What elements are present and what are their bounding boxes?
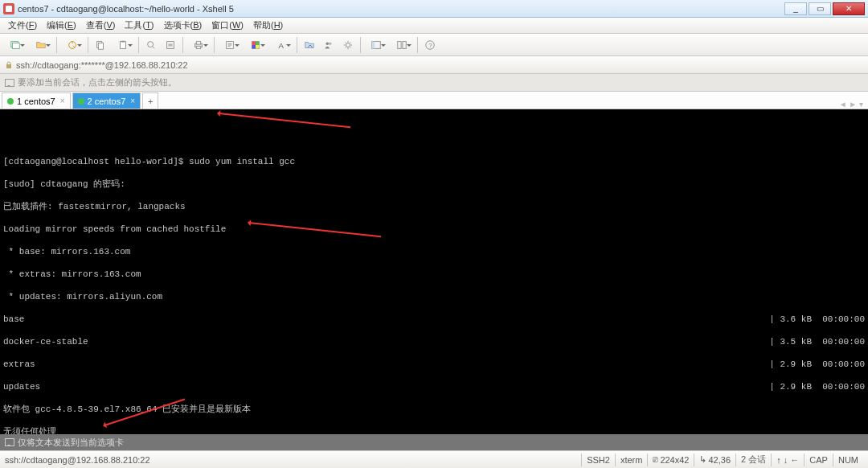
minimize-button[interactable]: _ (784, 2, 807, 15)
close-button[interactable]: ✕ (833, 2, 865, 15)
tab-strip: 1 centos7× 2 centos7× + ◄ ► ▾ (0, 92, 868, 109)
users-button[interactable] (320, 36, 338, 54)
toolbar-separator (88, 37, 88, 53)
terminal-line: * extras: mirrors.163.com (3, 269, 865, 280)
tab-close-icon[interactable]: × (130, 96, 135, 105)
address-bar[interactable]: ssh://cdtaogang:*******@192.168.88.210:2… (0, 56, 868, 74)
print-button[interactable] (186, 36, 211, 54)
svg-text:A: A (279, 40, 285, 49)
terminal-line: * updates: mirrors.aliyun.com (3, 291, 865, 302)
svg-rect-14 (252, 41, 256, 44)
address-text: ssh://cdtaogang:*******@192.168.88.210:2… (16, 60, 188, 70)
menu-help[interactable]: 帮助(H) (248, 18, 288, 33)
svg-rect-25 (403, 41, 406, 48)
svg-rect-10 (196, 41, 200, 44)
maximize-button[interactable]: ▭ (809, 2, 831, 15)
lock-icon (5, 61, 13, 69)
status-dot-icon (78, 98, 84, 105)
chat-icon (5, 79, 14, 87)
send-hint-text: 仅将文本发送到当前选项卡 (18, 437, 124, 449)
terminal-line: 软件包 gcc-4.8.5-39.el7.x86_64 已安装并且是最新版本 (3, 404, 865, 415)
new-tab-button[interactable]: + (142, 92, 158, 109)
app-icon (3, 3, 14, 14)
terminal-line: [cdtaogang@localhost hello-world]$ sudo … (3, 156, 865, 167)
tab-1[interactable]: 1 centos7× (2, 92, 71, 109)
status-dot-icon (7, 98, 14, 105)
toolbar-separator (417, 37, 418, 53)
status-connection: ssh://cdtaogang@192.168.88.210:22 (5, 455, 150, 465)
status-size: ⎚224x42 (647, 454, 694, 466)
terminal-line: * base: mirrors.163.com (3, 246, 865, 257)
menu-file[interactable]: 文件(F) (3, 18, 42, 33)
paste-button[interactable] (111, 36, 135, 54)
svg-rect-1 (13, 43, 20, 48)
terminal-line: base| 3.6 kB 00:00:00 (3, 314, 865, 325)
panel-toggle-button[interactable] (364, 36, 388, 54)
svg-rect-15 (256, 41, 259, 44)
tab-label: 2 centos7 (88, 96, 126, 106)
chat-icon (5, 438, 14, 446)
status-bar: ssh://cdtaogang@192.168.88.210:22 SSH2 x… (0, 450, 868, 468)
tab-label: 1 centos7 (17, 96, 55, 106)
new-session-button[interactable] (3, 36, 27, 54)
status-cap: CAP (804, 454, 833, 466)
toolbar-separator (297, 37, 297, 53)
menu-edit[interactable]: 编辑(E) (42, 18, 81, 33)
xftp-button[interactable] (301, 36, 318, 54)
status-cursor: ↳42,36 (694, 454, 735, 466)
tab-2[interactable]: 2 centos7× (72, 92, 141, 109)
terminal-line: Loading mirror speeds from cached hostfi… (3, 224, 865, 235)
svg-text:?: ? (428, 41, 432, 48)
menu-tools[interactable]: 工具(T) (120, 18, 158, 33)
help-button[interactable]: ? (421, 36, 439, 54)
status-ssh: SSH2 (581, 454, 615, 466)
terminal-line: [sudo] cdtaogang 的密码: (3, 179, 865, 190)
svg-rect-4 (98, 43, 103, 49)
terminal-line: extras| 2.9 kB 00:00:00 (3, 359, 865, 370)
status-num: NUM (833, 454, 863, 466)
menubar: 文件(F) 编辑(E) 查看(V) 工具(T) 选项卡(B) 窗口(W) 帮助(… (0, 18, 868, 34)
toolbar-separator (56, 37, 57, 53)
settings-button[interactable] (339, 36, 357, 54)
terminal-line: 已加载插件: fastestmirror, langpacks (3, 201, 865, 212)
terminal-line: updates| 2.9 kB 00:00:00 (3, 381, 865, 392)
window-title: centos7 - cdtaogang@localhost:~/hello-wo… (18, 4, 783, 14)
reconnect-button[interactable] (60, 36, 84, 54)
svg-rect-8 (167, 41, 174, 48)
status-term: xterm (615, 454, 648, 466)
tab-scrollers[interactable]: ◄ ► ▾ (839, 100, 866, 109)
svg-point-7 (148, 41, 154, 47)
annotation-arrow (219, 113, 350, 128)
status-arrows: ↑ ↓ ← (771, 454, 804, 466)
find-button[interactable] (142, 36, 160, 54)
toolbar: A ? (0, 34, 868, 56)
hint-text: 要添加当前会话，点击左侧的箭头按钮。 (18, 76, 177, 88)
svg-point-19 (326, 42, 330, 45)
tile-button[interactable] (390, 36, 414, 54)
svg-rect-6 (121, 40, 125, 42)
terminal-line: docker-ce-stable| 3.5 kB 00:00:00 (3, 336, 865, 347)
menu-tab[interactable]: 选项卡(B) (159, 18, 207, 33)
status-sessions: 2 会话 (735, 454, 771, 466)
svg-point-21 (346, 43, 350, 47)
color-scheme-button[interactable] (244, 36, 268, 54)
menu-view[interactable]: 查看(V) (81, 18, 121, 33)
svg-rect-28 (6, 64, 11, 68)
copy-button[interactable] (92, 36, 109, 54)
toolbar-separator (138, 37, 139, 53)
window-titlebar: centos7 - cdtaogang@localhost:~/hello-wo… (0, 0, 868, 18)
svg-rect-23 (372, 41, 375, 48)
paste-selection-button[interactable] (162, 36, 179, 54)
tab-close-icon[interactable]: × (60, 96, 65, 105)
svg-rect-17 (256, 45, 259, 48)
menu-window[interactable]: 窗口(W) (207, 18, 248, 33)
terminal[interactable]: [cdtaogang@localhost hello-world]$ sudo … (0, 109, 868, 434)
send-hint-bar: 仅将文本发送到当前选项卡 (0, 434, 868, 450)
open-button[interactable] (29, 36, 53, 54)
font-button[interactable]: A (269, 36, 293, 54)
svg-point-20 (329, 42, 332, 45)
svg-rect-11 (196, 46, 200, 48)
toolbar-separator (360, 37, 361, 53)
hint-bar: 要添加当前会话，点击左侧的箭头按钮。 (0, 74, 868, 92)
properties-button[interactable] (218, 36, 242, 54)
